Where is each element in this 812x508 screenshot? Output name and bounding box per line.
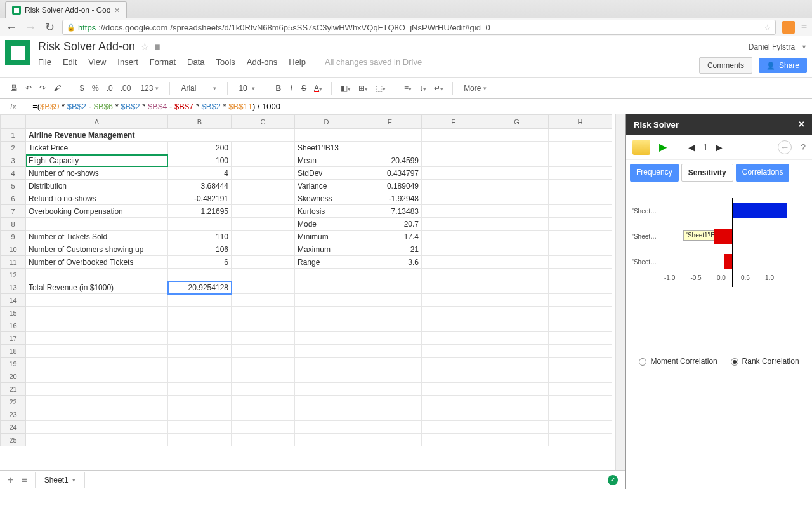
bold-icon[interactable]: B (273, 82, 284, 95)
cell[interactable] (422, 294, 485, 307)
cell[interactable] (485, 154, 549, 167)
extension-icon[interactable] (782, 21, 795, 34)
cell[interactable] (358, 434, 422, 446)
cell[interactable]: 3.6 (358, 256, 422, 269)
cell[interactable] (549, 434, 612, 446)
cell[interactable] (232, 294, 295, 307)
cell[interactable] (549, 192, 612, 205)
row-header[interactable]: 8 (1, 218, 26, 231)
row-header[interactable]: 25 (1, 434, 26, 446)
cell[interactable] (549, 370, 612, 383)
cell[interactable] (232, 180, 295, 192)
tab-close-icon[interactable]: × (114, 5, 119, 15)
menu-insert[interactable]: Insert (117, 57, 138, 74)
cell[interactable] (485, 192, 549, 205)
cell[interactable] (168, 307, 232, 319)
cell[interactable] (232, 167, 295, 180)
vertical-scrollbar[interactable] (615, 114, 625, 470)
cell[interactable]: Number of Tickets Sold (26, 231, 168, 243)
row-header[interactable]: 4 (1, 167, 26, 180)
cell[interactable]: Variance (295, 180, 358, 192)
cell[interactable] (168, 421, 232, 434)
cell[interactable]: Sheet1'!B13 (295, 142, 358, 154)
cell[interactable] (358, 129, 422, 142)
row-header[interactable]: 13 (1, 281, 26, 294)
panel-close-icon[interactable]: × (799, 119, 804, 130)
cell[interactable] (549, 154, 612, 167)
cell[interactable] (232, 307, 295, 319)
cell[interactable] (232, 332, 295, 345)
cell[interactable] (295, 319, 358, 332)
cell[interactable] (549, 332, 612, 345)
cell[interactable] (358, 319, 422, 332)
cell[interactable] (295, 281, 358, 294)
cell[interactable] (232, 218, 295, 231)
sheets-logo[interactable] (5, 40, 30, 65)
cell[interactable]: -0.482191 (168, 192, 232, 205)
cell[interactable] (485, 142, 549, 154)
cell[interactable]: Refund to no-shows (26, 192, 168, 205)
user-name[interactable]: Daniel Fylstra (749, 43, 795, 51)
cell[interactable] (232, 256, 295, 269)
cell[interactable] (549, 243, 612, 256)
cell[interactable] (358, 370, 422, 383)
row-header[interactable]: 7 (1, 205, 26, 218)
bulb-icon[interactable] (632, 140, 650, 155)
cell[interactable]: Flight Capacity (26, 154, 168, 167)
cell[interactable] (485, 231, 549, 243)
cell[interactable] (422, 332, 485, 345)
cell[interactable]: 106 (168, 243, 232, 256)
cell[interactable] (295, 294, 358, 307)
cell[interactable] (549, 218, 612, 231)
cell[interactable] (358, 142, 422, 154)
cell[interactable] (485, 294, 549, 307)
cell[interactable] (358, 421, 422, 434)
menu-file[interactable]: File (38, 57, 51, 74)
cell[interactable] (485, 396, 549, 408)
halign-icon[interactable]: ≡▾ (402, 82, 414, 95)
cell[interactable] (295, 269, 358, 281)
cell[interactable] (422, 218, 485, 231)
cell[interactable]: Mean (295, 154, 358, 167)
cell[interactable] (549, 383, 612, 396)
cell[interactable] (549, 269, 612, 281)
add-sheet-button[interactable]: + (8, 474, 13, 486)
cell[interactable] (422, 154, 485, 167)
cell[interactable] (422, 129, 485, 142)
cell[interactable] (485, 332, 549, 345)
cell[interactable] (232, 319, 295, 332)
cell[interactable] (168, 332, 232, 345)
cell[interactable] (358, 345, 422, 358)
cell[interactable] (295, 434, 358, 446)
cell[interactable] (232, 142, 295, 154)
col-header[interactable]: B (168, 115, 232, 129)
cell[interactable] (422, 307, 485, 319)
cell[interactable]: Number of no-shows (26, 167, 168, 180)
cell[interactable] (358, 281, 422, 294)
cell[interactable] (422, 231, 485, 243)
cell[interactable]: Total Revenue (in $1000) (26, 281, 168, 294)
cell[interactable]: 1.21695 (168, 205, 232, 218)
cell[interactable] (485, 256, 549, 269)
spreadsheet-grid[interactable]: ABCDEFGH1Airline Revenue Management2Tick… (0, 114, 615, 470)
cell[interactable]: 3.68444 (168, 180, 232, 192)
font-size-select[interactable]: 10▾ (234, 81, 259, 95)
cell[interactable]: Distribution (26, 180, 168, 192)
cell[interactable] (295, 332, 358, 345)
tab-correlations[interactable]: Correlations (736, 164, 790, 182)
row-header[interactable]: 10 (1, 243, 26, 256)
cell[interactable] (422, 281, 485, 294)
cell[interactable] (485, 281, 549, 294)
cell[interactable] (26, 218, 168, 231)
cell[interactable]: Kurtosis (295, 205, 358, 218)
cell[interactable] (295, 358, 358, 370)
more-dropdown[interactable]: More▾ (459, 81, 491, 95)
undo-icon[interactable]: ↶ (23, 82, 34, 95)
cell[interactable] (26, 421, 168, 434)
bookmark-star-icon[interactable]: ☆ (764, 23, 771, 32)
cell[interactable] (232, 205, 295, 218)
cell[interactable] (358, 269, 422, 281)
valign-icon[interactable]: ↓▾ (417, 82, 429, 95)
percent-icon[interactable]: % (89, 82, 102, 95)
row-header[interactable]: 5 (1, 180, 26, 192)
